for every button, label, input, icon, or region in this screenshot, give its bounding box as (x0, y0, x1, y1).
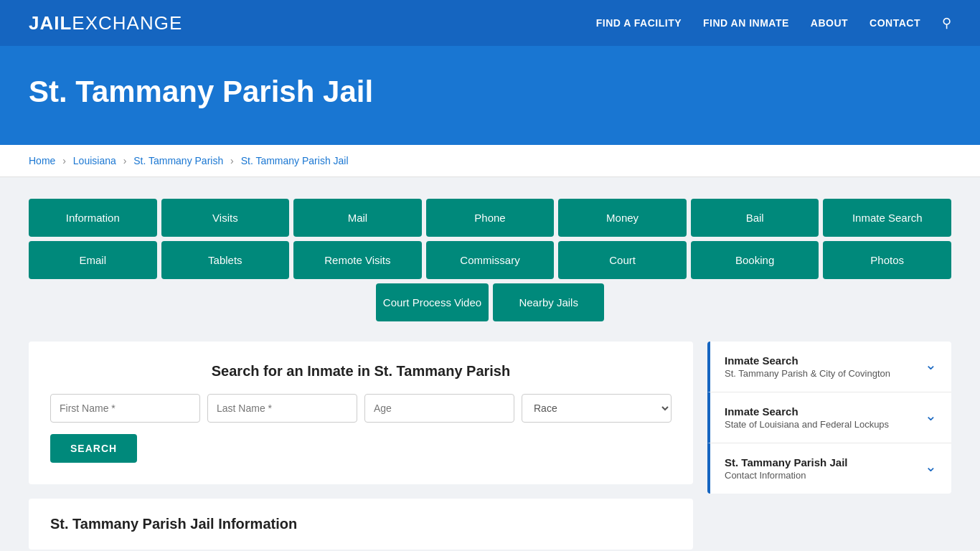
site-header: JAILEXCHANGE FIND A FACILITY FIND AN INM… (0, 0, 980, 46)
find-facility-link[interactable]: FIND A FACILITY (596, 17, 682, 29)
tab-commissary[interactable]: Commissary (426, 241, 555, 279)
find-inmate-link[interactable]: FIND AN INMATE (703, 17, 789, 29)
sidebar-state-title: Inmate Search (725, 405, 889, 418)
sidebar-item-contact[interactable]: St. Tammany Parish Jail Contact Informat… (707, 443, 951, 494)
main-nav: FIND A FACILITY FIND AN INMATE ABOUT CON… (596, 15, 951, 31)
tabs-row-3: Court Process Video Nearby Jails (29, 283, 951, 321)
search-icon-button[interactable]: ⚲ (942, 15, 951, 31)
search-title: Search for an Inmate in St. Tammany Pari… (50, 363, 672, 380)
chevron-down-icon-1: ⌄ (925, 356, 937, 373)
tab-booking[interactable]: Booking (691, 241, 819, 279)
tabs-row-1: Information Visits Mail Phone Money Bail… (29, 199, 951, 237)
sidebar-card: Inmate Search St. Tammany Parish & City … (707, 342, 951, 494)
breadcrumb-sep-1: › (62, 155, 66, 166)
sidebar-parish-title: Inmate Search (725, 354, 890, 367)
search-panel: Search for an Inmate in St. Tammany Pari… (29, 342, 693, 484)
age-input[interactable] (364, 394, 514, 423)
about-link[interactable]: ABOUT (811, 17, 848, 29)
tab-remote-visits[interactable]: Remote Visits (293, 241, 422, 279)
breadcrumb-sep-2: › (123, 155, 127, 166)
breadcrumb-louisiana[interactable]: Louisiana (73, 155, 116, 166)
jail-info-section: St. Tammany Parish Jail Information (29, 499, 693, 550)
logo-jail: JAIL (29, 12, 72, 34)
tab-information[interactable]: Information (29, 199, 157, 237)
hero-section: St. Tammany Parish Jail (0, 46, 980, 145)
search-button[interactable]: SEARCH (50, 434, 137, 463)
breadcrumb: Home › Louisiana › St. Tammany Parish › … (0, 145, 980, 177)
sidebar-contact-title: St. Tammany Parish Jail (725, 456, 847, 468)
tab-bail[interactable]: Bail (691, 199, 819, 237)
search-fields: Race White Black Hispanic Asian Other (50, 394, 672, 423)
tab-money[interactable]: Money (558, 199, 687, 237)
left-column: Search for an Inmate in St. Tammany Pari… (29, 342, 693, 550)
tab-nearby-jails[interactable]: Nearby Jails (493, 283, 604, 321)
tab-email[interactable]: Email (29, 241, 157, 279)
breadcrumb-sep-3: › (230, 155, 234, 166)
last-name-input[interactable] (207, 394, 357, 423)
sidebar-parish-subtitle: St. Tammany Parish & City of Covington (725, 368, 890, 379)
tab-phone[interactable]: Phone (426, 199, 555, 237)
race-select[interactable]: Race White Black Hispanic Asian Other (522, 394, 672, 423)
sidebar-item-parish[interactable]: Inmate Search St. Tammany Parish & City … (707, 342, 951, 392)
tab-mail[interactable]: Mail (293, 199, 422, 237)
sidebar: Inmate Search St. Tammany Parish & City … (707, 342, 951, 496)
sidebar-contact-subtitle: Contact Information (725, 470, 847, 481)
content-area: Information Visits Mail Phone Money Bail… (0, 177, 980, 551)
first-name-input[interactable] (50, 394, 200, 423)
chevron-down-icon-2: ⌄ (925, 407, 937, 424)
breadcrumb-home[interactable]: Home (29, 155, 55, 166)
sidebar-item-state[interactable]: Inmate Search State of Louisiana and Fed… (707, 392, 951, 443)
tab-tablets[interactable]: Tablets (161, 241, 290, 279)
tab-visits[interactable]: Visits (161, 199, 290, 237)
breadcrumb-parish[interactable]: St. Tammany Parish (133, 155, 223, 166)
chevron-down-icon-3: ⌄ (925, 458, 937, 475)
tab-inmate-search[interactable]: Inmate Search (823, 199, 951, 237)
breadcrumb-jail: St. Tammany Parish Jail (241, 155, 349, 166)
contact-link[interactable]: CONTACT (870, 17, 920, 29)
tab-court-process-video[interactable]: Court Process Video (376, 283, 489, 321)
sidebar-state-subtitle: State of Louisiana and Federal Lockups (725, 419, 889, 430)
tab-court[interactable]: Court (558, 241, 687, 279)
jail-info-title: St. Tammany Parish Jail Information (50, 516, 672, 532)
logo-exchange: EXCHANGE (72, 12, 182, 34)
tab-photos[interactable]: Photos (823, 241, 951, 279)
site-logo[interactable]: JAILEXCHANGE (29, 12, 182, 34)
tabs-row-2: Email Tablets Remote Visits Commissary C… (29, 241, 951, 279)
main-with-sidebar: Search for an Inmate in St. Tammany Pari… (29, 342, 951, 550)
page-title: St. Tammany Parish Jail (29, 75, 951, 109)
